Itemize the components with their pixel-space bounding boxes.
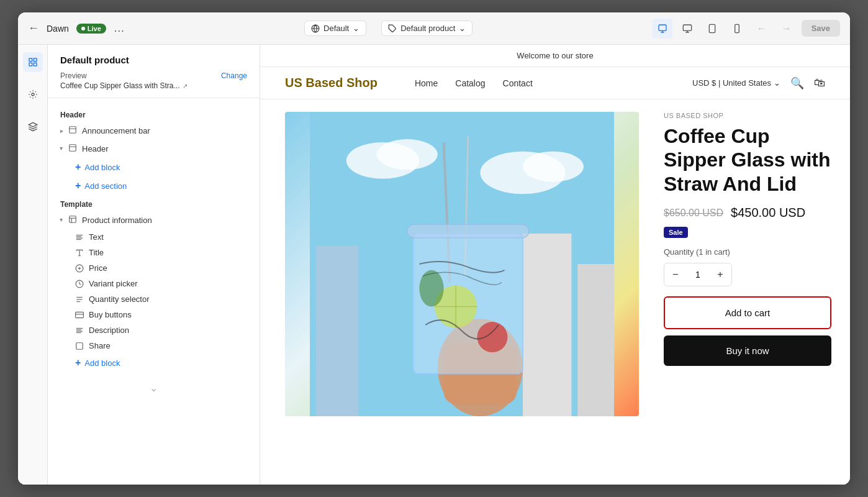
more-options-button[interactable]: …	[114, 22, 125, 35]
mobile-view-button[interactable]	[727, 19, 747, 39]
nav-link-contact[interactable]: Contact	[503, 78, 533, 88]
preview-area: Welcome to our store US Based Shop Home …	[260, 45, 850, 485]
price-row: $650.00 USD $450.00 USD	[664, 206, 831, 220]
sidebar-main: Default product Preview Coffee Cup Sippe…	[18, 45, 260, 485]
chevron-right-icon: ▸	[60, 127, 63, 134]
chevron-down-icon-2: ⌄	[459, 24, 466, 33]
environment-label: Default	[323, 24, 349, 33]
sidebar-item-header[interactable]: ▸ Header	[48, 140, 260, 158]
sidebar-item-title[interactable]: Title	[48, 245, 260, 260]
back-button[interactable]: ←	[28, 22, 39, 35]
sale-price: $450.00 USD	[731, 206, 805, 220]
svg-rect-51	[316, 246, 359, 416]
chevron-down-icon: ⌄	[353, 24, 359, 33]
product-brand: US BASED SHOP	[664, 112, 831, 119]
sidebar-icon-sections[interactable]	[23, 52, 43, 72]
chevron-down-icon-3: ▸	[58, 147, 65, 150]
desktop-view-button[interactable]	[677, 19, 697, 39]
svg-point-61	[477, 322, 508, 352]
header-section-label: Header	[48, 106, 260, 122]
sidebar-panel: Default product Preview Coffee Cup Sippe…	[48, 45, 260, 485]
sidebar-item-quantity-selector[interactable]: Quantity selector	[48, 291, 260, 307]
add-block-link-1[interactable]: + Add block	[48, 158, 260, 176]
product-image-area	[260, 99, 651, 485]
add-block-link-2[interactable]: + Add block	[48, 353, 260, 372]
sidebar-item-variant-picker[interactable]: Variant picker	[48, 276, 260, 291]
sidebar-item-price[interactable]: Price	[48, 260, 260, 276]
sidebar-item-share[interactable]: Share	[48, 338, 260, 353]
top-center: Default ⌄ Default product ⌄	[304, 21, 472, 36]
svg-rect-15	[34, 63, 37, 66]
sidebar-icon-strip	[18, 45, 48, 485]
preview-value: Coffee Cup Sipper Glass with Stra... ↗	[60, 81, 188, 90]
search-icon[interactable]: 🔍	[790, 76, 804, 90]
add-section-link[interactable]: + Add section	[48, 176, 260, 195]
left-sidebar: Default product Preview Coffee Cup Sippe…	[18, 45, 260, 485]
svg-point-16	[32, 93, 34, 96]
svg-rect-50	[577, 264, 614, 416]
preview-frame: Welcome to our store US Based Shop Home …	[260, 45, 850, 485]
svg-rect-19	[70, 145, 76, 152]
template-section-label: Template	[48, 195, 260, 211]
product-title: Coffee Cup Sipper Glass with Straw And L…	[664, 124, 831, 196]
product-info: US BASED SHOP Coffee Cup Sipper Glass wi…	[651, 99, 850, 485]
product-image	[285, 112, 639, 416]
scroll-indicator: ⌄	[48, 380, 260, 396]
cart-icon[interactable]: 🛍	[814, 76, 825, 89]
environment-dropdown[interactable]: Default ⌄	[304, 21, 366, 36]
svg-rect-14	[29, 63, 32, 66]
live-badge: Live	[76, 24, 106, 34]
quantity-decrease-button[interactable]: −	[664, 263, 687, 286]
chevron-down-icon-4: ▸	[58, 219, 65, 222]
chevron-down-icon-5: ⌄	[774, 78, 780, 88]
save-button[interactable]: Save	[802, 20, 840, 37]
product-label: Default product	[400, 24, 455, 33]
sidebar-item-buy-buttons[interactable]: Buy buttons	[48, 307, 260, 322]
product-dropdown[interactable]: Default product ⌄	[381, 21, 472, 36]
svg-rect-57	[407, 224, 529, 238]
sidebar-panel-title: Default product	[60, 55, 247, 65]
sidebar-item-announcement-bar[interactable]: ▸ Announcement bar	[48, 122, 260, 140]
currency-selector[interactable]: USD $ | United States ⌄	[692, 78, 780, 88]
external-link-icon[interactable]: ↗	[183, 83, 188, 89]
sidebar-icon-apps[interactable]	[23, 117, 43, 137]
store-nav-right: USD $ | United States ⌄ 🔍 🛍	[692, 76, 825, 90]
header-label: Header	[82, 144, 109, 153]
undo-button[interactable]: ←	[752, 19, 772, 39]
product-image-svg	[285, 112, 639, 416]
announcement-bar-label: Announcement bar	[82, 126, 150, 135]
sidebar-icon-settings[interactable]	[23, 84, 43, 104]
sale-badge: Sale	[664, 227, 688, 238]
quantity-selector: − 1 +	[664, 263, 732, 286]
svg-rect-5	[683, 25, 691, 30]
sidebar-item-product-information[interactable]: ▸ Product information	[48, 211, 260, 229]
product-information-label: Product information	[82, 216, 152, 225]
svg-rect-12	[29, 58, 32, 62]
nav-link-catalog[interactable]: Catalog	[455, 78, 485, 88]
add-to-cart-button[interactable]: Add to cart	[664, 296, 831, 329]
svg-rect-49	[523, 234, 571, 416]
plus-icon-2: +	[75, 180, 81, 191]
store-brand: US Based Shop	[285, 76, 377, 90]
plus-icon-1: +	[75, 162, 81, 173]
svg-rect-37	[76, 312, 84, 317]
buy-now-button[interactable]: Buy it now	[664, 335, 831, 366]
desktop-mobile-view-button[interactable]	[653, 19, 672, 39]
original-price: $650.00 USD	[664, 207, 723, 219]
quantity-increase-button[interactable]: +	[709, 263, 731, 286]
theme-name: Dawn	[47, 24, 69, 34]
live-dot	[81, 27, 85, 30]
svg-rect-2	[659, 25, 666, 30]
svg-rect-21	[70, 216, 76, 223]
svg-rect-13	[34, 58, 37, 62]
sidebar-item-text[interactable]: Text	[48, 229, 260, 245]
nav-link-home[interactable]: Home	[415, 78, 438, 88]
tablet-view-button[interactable]	[702, 19, 722, 39]
sidebar-item-description[interactable]: Description	[48, 322, 260, 338]
redo-button[interactable]: →	[777, 19, 797, 39]
svg-rect-17	[70, 127, 76, 134]
change-link[interactable]: Change	[221, 71, 247, 80]
sidebar-tree: Header ▸ Announcement bar ▸	[48, 98, 260, 380]
header-icon	[68, 144, 77, 154]
preview-label: Preview	[60, 71, 188, 80]
